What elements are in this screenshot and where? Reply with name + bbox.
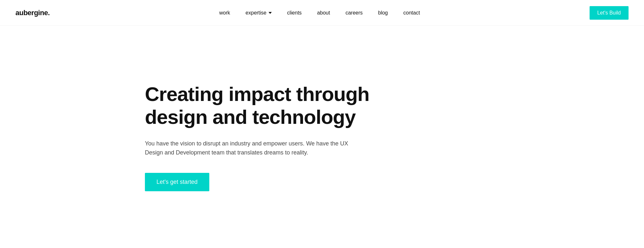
hero-section: Creating impact through design and techn… [0,26,644,248]
nav-contact[interactable]: contact [403,10,420,16]
hero-subtext: You have the vision to disrupt an indust… [145,139,357,158]
hero-heading: Creating impact through design and techn… [145,83,396,129]
nav-expertise-label: expertise [246,10,267,16]
chevron-down-icon [269,12,272,14]
header: aubergine. work expertise clients about … [0,0,644,26]
nav-blog[interactable]: blog [378,10,388,16]
lets-build-button[interactable]: Let's Build [590,6,629,20]
nav-clients[interactable]: clients [287,10,302,16]
lets-get-started-button[interactable]: Let's get started [145,173,209,191]
nav-careers[interactable]: careers [346,10,363,16]
nav-expertise[interactable]: expertise [246,10,272,16]
nav-about[interactable]: about [317,10,330,16]
logo[interactable]: aubergine. [15,9,50,17]
nav-work[interactable]: work [219,10,230,16]
main-nav: work expertise clients about careers blo… [219,10,420,16]
